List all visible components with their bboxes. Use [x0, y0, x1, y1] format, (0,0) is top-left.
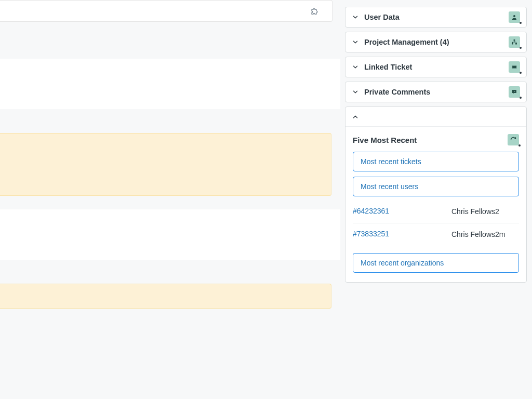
content-block [0, 59, 340, 109]
svg-rect-3 [515, 43, 517, 45]
highlight-block [0, 133, 331, 196]
chevron-down-icon [352, 14, 359, 21]
chevron-down-icon [352, 38, 359, 46]
panel-user-data[interactable]: User Data [345, 7, 527, 28]
list-item: #73833251 Chris Fellows2m [353, 223, 519, 246]
most-recent-users-button[interactable]: Most recent users [353, 177, 519, 196]
ticket-id-link[interactable]: #64232361 [353, 207, 451, 217]
content-block [0, 209, 340, 260]
panel-title: User Data [364, 13, 509, 21]
svg-point-4 [514, 91, 515, 92]
svg-rect-2 [512, 43, 513, 45]
svg-point-0 [513, 15, 515, 17]
svg-rect-1 [514, 39, 515, 41]
highlight-block [0, 284, 331, 309]
most-recent-organizations-button[interactable]: Most recent organizations [353, 253, 519, 273]
chevron-up-icon [352, 113, 359, 121]
panel-title: Linked Ticket [364, 63, 509, 71]
list-item: #64232361 Chris Fellows2 [353, 201, 519, 223]
main-area [0, 0, 340, 399]
refresh-icon[interactable] [508, 134, 519, 145]
panel-linked-ticket[interactable]: Linked Ticket [345, 57, 527, 77]
panel-private-comments[interactable]: Private Comments [345, 82, 527, 102]
section-title: Five Most Recent [353, 136, 417, 144]
chevron-down-icon [352, 88, 359, 96]
apps-icon[interactable] [310, 7, 320, 16]
ticket-id-link[interactable]: #73833251 [353, 230, 451, 240]
panel-title: Private Comments [364, 88, 509, 96]
sitemap-icon [509, 36, 520, 48]
chevron-down-icon [352, 63, 359, 71]
ticket-user: Chris Fellows2 [451, 207, 519, 217]
user-icon [509, 11, 520, 23]
recent-list: #64232361 Chris Fellows2 #73833251 Chris… [353, 201, 519, 246]
panel-title: Project Management (4) [364, 38, 509, 46]
ticket-icon [509, 61, 520, 73]
panel-five-most-recent: Five Most Recent Most recent tickets Mos… [345, 107, 527, 283]
toolbar [0, 0, 332, 22]
panel-project-management[interactable]: Project Management (4) [345, 32, 527, 52]
most-recent-tickets-button[interactable]: Most recent tickets [353, 152, 519, 171]
ticket-user: Chris Fellows2m [451, 230, 519, 240]
sidebar: User Data Project Management (4) [345, 0, 527, 399]
panel-collapse-toggle[interactable] [345, 107, 526, 127]
speech-icon [509, 86, 520, 98]
